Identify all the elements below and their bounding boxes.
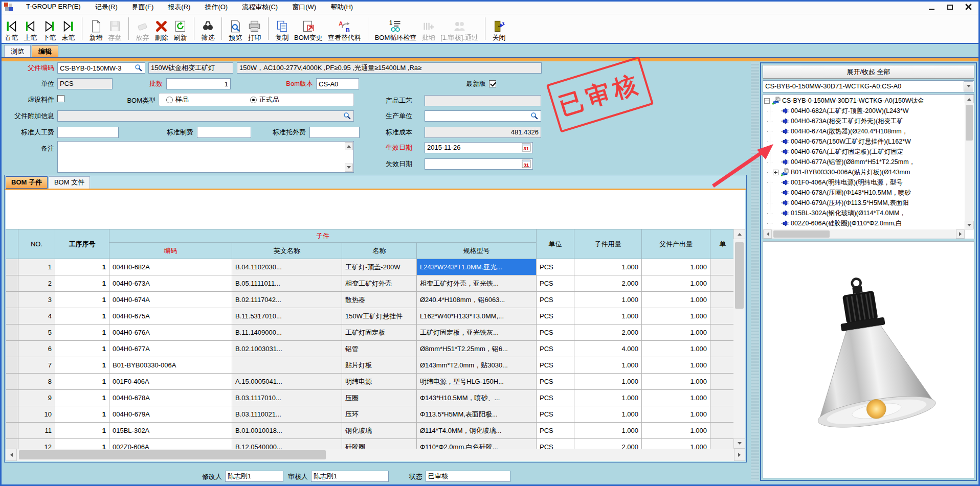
tree-item[interactable]: 004H0-677A(铝管)(Ø8mm*H51*T2.25mm， <box>764 157 965 167</box>
table-row[interactable]: 10 1 004H0-679A B.03.1110021... 压环 Φ113.… <box>6 406 736 423</box>
toolbar-button[interactable]: 下笔 <box>40 15 59 42</box>
audited-by-input[interactable] <box>311 471 389 482</box>
toolbar-button[interactable]: 首笔 <box>2 15 21 42</box>
tree-item[interactable]: 004H0-675A(150W工矿灯悬挂件)(L162*W <box>764 136 965 147</box>
header-code[interactable]: 编码 <box>109 243 232 259</box>
toolbar-button[interactable]: 删除 <box>152 15 171 42</box>
tree-scroll-down[interactable] <box>965 221 974 229</box>
cell-spec[interactable]: 明纬电源，型号HLG-150H... <box>417 374 537 390</box>
expand-collapse-all-button[interactable]: 展开/收起 全部 <box>763 65 974 79</box>
cell-row-selector[interactable] <box>6 341 18 357</box>
grid-vscrollbar[interactable] <box>733 229 745 449</box>
toolbar-button[interactable]: 1 BOM循环检查 <box>372 15 419 42</box>
cell-spec[interactable]: Ø143mm*T2.0mm，贴3030... <box>417 357 537 374</box>
remark-textarea[interactable] <box>57 141 354 173</box>
table-row[interactable]: 5 1 004H0-676A B.11.1409000... 工矿灯固定板 工矿… <box>6 325 736 341</box>
table-row[interactable]: 3 1 004H0-674A B.02.1117042... 散热器 Ø240.… <box>6 292 736 308</box>
toolbar-button[interactable]: 上笔 <box>21 15 40 42</box>
toolbar-button[interactable]: 复制 <box>273 15 292 42</box>
menu-item[interactable]: T-GROUP ERP(E) <box>19 1 88 14</box>
menu-item[interactable]: 操作(O) <box>197 1 235 14</box>
menu-item[interactable]: 帮助(H) <box>323 1 360 14</box>
expire-calendar-icon[interactable]: 31 <box>522 159 531 168</box>
table-row[interactable]: 9 1 004H0-678A B.03.1117010... 压圈 Φ143*H… <box>6 390 736 406</box>
header-unit[interactable]: 单位 <box>537 229 574 259</box>
toolbar-button[interactable] <box>78 17 82 40</box>
menu-item[interactable]: 窗口(W) <box>285 1 323 14</box>
tree-vscrollbar[interactable] <box>965 95 974 229</box>
header-spec[interactable]: 规格型号 <box>417 243 537 259</box>
cell-row-selector[interactable] <box>6 423 18 439</box>
toolbar-button[interactable] <box>481 17 485 40</box>
menu-item[interactable]: 界面(F) <box>125 1 161 14</box>
cell-spec[interactable]: L243*W243*T1.0MM.亚光... <box>417 259 537 275</box>
toolbar-button[interactable]: AB 查看替代料 <box>325 15 364 42</box>
outsource-cost-input[interactable] <box>309 127 360 138</box>
effective-date-field[interactable]: 2015-11-26 <box>425 142 533 153</box>
mfg-cost-input[interactable] <box>197 127 251 138</box>
tree-item[interactable]: 001F0-406A(明纬电源)(明纬电源，型号 <box>764 177 965 188</box>
bom-type-sample-option[interactable]: 样品 <box>166 95 189 104</box>
tree-item[interactable]: 004H0-676A(工矿灯固定板)(工矿灯固定 <box>764 147 965 157</box>
toolbar-button[interactable] <box>264 17 269 40</box>
tree-item[interactable]: 004H0-682A(工矿灯-顶盖-200W)(L243*W <box>764 106 965 116</box>
header-name[interactable]: 名称 <box>342 243 417 259</box>
expire-date-field[interactable] <box>425 158 533 170</box>
labor-cost-input[interactable] <box>57 127 119 138</box>
tree-item[interactable]: B01-BYB00330-006A(贴片灯板)(Ø143mm <box>764 167 965 177</box>
cell-spec[interactable]: Ø8mm*H51*T2.25mm，铝6... <box>417 341 537 357</box>
tab-browse[interactable]: 浏览 <box>4 45 31 57</box>
parent-code-input[interactable] <box>57 62 145 74</box>
prod-unit-input[interactable] <box>425 110 541 122</box>
tree-vscroll-thumb[interactable] <box>966 105 973 141</box>
modified-by-input[interactable] <box>225 471 283 482</box>
header-no[interactable]: NO. <box>18 229 55 259</box>
toolbar-button[interactable]: 批增 <box>419 15 438 42</box>
tree-scroll-right[interactable] <box>956 229 965 239</box>
grid-scroll-left[interactable] <box>6 449 17 461</box>
tree-item[interactable]: 004H0-679A(压环)(Φ113.5*H5MM,表面阳 <box>764 198 965 208</box>
tree-root-node[interactable]: CS-BYB-0-150MW-30D71-WCTKG-A0(150W钛金 <box>764 96 965 106</box>
cell-spec[interactable]: Φ113.5*H5MM,表面阳极... <box>417 406 537 423</box>
remark-scroll-down[interactable] <box>345 164 353 172</box>
cell-spec[interactable]: Ø114*T4.0MM，钢化玻璃... <box>417 423 537 439</box>
cell-spec[interactable]: 工矿灯固定板，亚光铁灰... <box>417 325 537 341</box>
toolbar-button[interactable]: 放弃 <box>133 15 152 42</box>
tree-item[interactable]: 015BL-302A(钢化玻璃)(Ø114*T4.0MM， <box>764 208 965 218</box>
tab-bom-children[interactable]: BOM 子件 <box>6 176 48 189</box>
tree-scroll-up[interactable] <box>965 95 974 103</box>
table-row[interactable]: 6 1 004H0-677A B.02.1003031... 铝管 Ø8mm*H… <box>6 341 736 357</box>
tab-bom-files[interactable]: BOM 文件 <box>49 176 90 189</box>
toolbar-button[interactable] <box>364 17 368 40</box>
remark-scroll-up[interactable] <box>345 142 353 150</box>
parent-code-search-icon[interactable] <box>134 63 143 73</box>
toolbar-button[interactable]: [1.审核].通过 <box>438 15 481 42</box>
toolbar-button[interactable]: 新增 <box>86 15 105 42</box>
toolbar-button[interactable]: BOM变更 <box>292 15 325 42</box>
prod-unit-search-icon[interactable] <box>530 111 539 121</box>
tree-item[interactable]: 004H0-673A(相变工矿灯外壳)(相变工矿 <box>764 116 965 126</box>
cell-row-selector[interactable] <box>6 325 18 341</box>
table-row[interactable]: 7 1 B01-BYB00330-006A 贴片灯板 Ø143mm*T2.0mm… <box>6 357 736 374</box>
cell-row-selector[interactable] <box>6 390 18 406</box>
close-button[interactable] <box>961 2 976 12</box>
tree-hscroll-thumb[interactable] <box>773 230 830 238</box>
cell-spec[interactable]: Ø240.4*H108mm，铝6063... <box>417 292 537 308</box>
toolbar-button[interactable] <box>217 17 222 40</box>
table-row[interactable]: 4 1 004H0-675A B.11.5317010... 150W工矿灯悬挂… <box>6 308 736 325</box>
toolbar-button[interactable]: 预览 <box>226 15 245 42</box>
cell-row-selector[interactable] <box>6 406 18 423</box>
header-extra[interactable]: 单 <box>710 229 736 259</box>
header-seq[interactable]: 工序序号 <box>55 229 109 259</box>
cell-row-selector[interactable] <box>6 357 18 374</box>
table-row[interactable]: 2 1 004H0-673A B.05.1111011... 相变工矿灯外壳 相… <box>6 275 736 292</box>
bom-version-dropdown[interactable]: CS-BYB-0-150MW-30D71-WCTKG-A0:CS-A0 <box>763 80 974 92</box>
tree-item[interactable]: 002Z0-606A(硅胶圈)(Φ110*Φ2.0mm,白 <box>764 218 965 228</box>
cell-row-selector[interactable] <box>6 292 18 308</box>
cell-spec[interactable]: Φ143*H10.5MM，喷砂、... <box>417 390 537 406</box>
bom-type-formal-option[interactable]: 正式品 <box>250 95 279 104</box>
toolbar-button[interactable] <box>124 17 129 40</box>
cell-row-selector[interactable] <box>6 308 18 325</box>
tab-edit[interactable]: 编辑 <box>32 45 58 57</box>
latest-version-checkbox[interactable] <box>489 80 496 87</box>
